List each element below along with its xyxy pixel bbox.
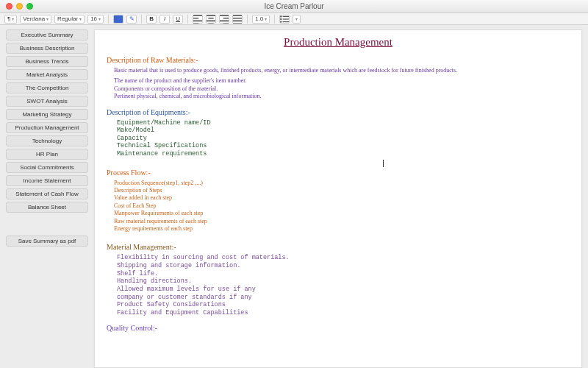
clear-formatting-button[interactable]: ✎ <box>126 15 137 24</box>
sidebar-item-market-analysis[interactable]: Market Analysis <box>6 69 88 80</box>
flow-line6: Raw material requirements of each step <box>114 218 570 225</box>
heading-equipments: Description of Equipments:- <box>107 108 570 116</box>
chevron-down-icon: ▾ <box>79 16 82 21</box>
heading-raw-materials: Description of Raw Materials:- <box>107 56 570 64</box>
list-style-select[interactable]: ▾ <box>293 15 301 24</box>
sidebar-item-executive-summary[interactable]: Executive Summary <box>6 29 88 40</box>
chevron-down-icon: ▾ <box>46 16 49 21</box>
equipments-block: Equipment/Machine name/ID Make/Model Cap… <box>117 119 570 158</box>
raw-materials-intro: Basic material that is used to produce g… <box>114 67 570 74</box>
flow-line2: Description of Steps <box>114 187 570 194</box>
minimize-window-button[interactable] <box>16 3 23 10</box>
list-bullet-button[interactable] <box>279 15 290 24</box>
sidebar-item-competition[interactable]: The Competition <box>6 82 88 93</box>
align-justify-button[interactable] <box>232 15 243 24</box>
font-size-select[interactable]: 16▾ <box>87 15 104 24</box>
raw-materials-line1: The name of the product and the supplier… <box>114 77 570 85</box>
sidebar-item-swot[interactable]: SWOT Analysis <box>6 96 88 107</box>
window-title: Ice Cream Parlour <box>0 2 588 10</box>
sidebar-item-hr-plan[interactable]: HR Plan <box>6 149 88 160</box>
flow-line4: Cost of Each Step <box>114 202 570 210</box>
underline-button[interactable]: U <box>173 15 183 24</box>
svg-point-1 <box>280 18 282 19</box>
flow-line3: Value added in each step <box>114 194 570 202</box>
page-title: Production Management <box>107 36 570 49</box>
align-left-button[interactable] <box>193 15 203 24</box>
editor-toolbar: ¶▾ Verdana▾ Regular▾ 16▾ ✎ B I U 1.0▾ ▾ <box>0 13 588 25</box>
material-management-block: Flexibility in sourcing and cost of mate… <box>117 254 570 316</box>
svg-point-2 <box>280 21 282 22</box>
save-pdf-button[interactable]: Save Summary as pdf <box>6 236 88 247</box>
sidebar-item-business-description[interactable]: Business Description <box>6 43 88 54</box>
chevron-down-icon: ▾ <box>12 16 14 21</box>
align-center-button[interactable] <box>206 15 216 24</box>
flow-line5: Manpower Requirements of each step <box>114 210 570 217</box>
chevron-down-icon: ▾ <box>98 16 101 21</box>
sidebar-item-income-statement[interactable]: Income Statement <box>6 175 88 186</box>
paragraph-style-select[interactable]: ¶▾ <box>4 15 17 24</box>
sidebar-item-social-commitments[interactable]: Social Commitments <box>6 162 88 173</box>
sidebar-item-marketing-strategy[interactable]: Marketing Strategy <box>6 109 88 120</box>
window-controls <box>0 3 33 10</box>
text-color-picker[interactable] <box>113 15 123 24</box>
flow-line7: Energy requirements of each step <box>114 225 570 233</box>
close-window-button[interactable] <box>6 3 12 10</box>
raw-materials-line2: Components or composition of the materia… <box>114 85 570 93</box>
heading-material-management: Material Management:- <box>107 243 570 251</box>
chevron-down-icon: ▾ <box>265 16 267 21</box>
font-family-select[interactable]: Verdana▾ <box>20 15 51 24</box>
italic-button[interactable]: I <box>159 15 170 24</box>
sidebar-item-business-trends[interactable]: Business Trends <box>6 56 88 67</box>
svg-point-0 <box>280 15 282 17</box>
bold-button[interactable]: B <box>146 15 157 24</box>
line-spacing-select[interactable]: 1.0▾ <box>252 15 270 24</box>
sidebar-item-balance-sheet[interactable]: Balance Sheet <box>6 202 88 213</box>
raw-materials-line3: Pertinent physical, chemical, and microb… <box>114 93 570 100</box>
align-right-button[interactable] <box>219 15 229 24</box>
heading-process-flow: Process Flow:- <box>107 169 570 177</box>
flow-line1: Production Sequence(step1, step2 ,...) <box>114 180 570 187</box>
sidebar-item-production-management[interactable]: Production Management <box>6 122 88 133</box>
section-sidebar: Executive Summary Business Description B… <box>0 25 94 368</box>
zoom-window-button[interactable] <box>26 3 33 10</box>
chevron-down-icon: ▾ <box>295 16 298 21</box>
sidebar-item-technology[interactable]: Technology <box>6 135 88 146</box>
window-titlebar: Ice Cream Parlour <box>0 0 588 13</box>
heading-quality-control: Quality Control:- <box>107 324 570 332</box>
text-cursor <box>383 160 384 167</box>
document-editor[interactable]: Production Management Description of Raw… <box>94 29 582 368</box>
sidebar-item-cash-flow[interactable]: Statement of Cash Flow <box>6 188 88 199</box>
font-weight-select[interactable]: Regular▾ <box>54 15 85 24</box>
